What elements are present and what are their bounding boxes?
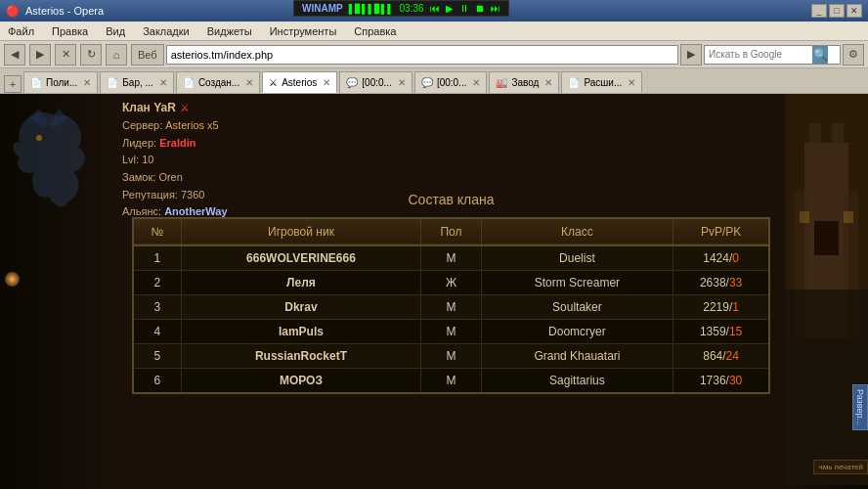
right-sidebar: Развер... чмь печатей <box>785 94 868 489</box>
table-header-row: № Игровой ник Пол Класс PvP/PK <box>133 218 769 245</box>
tab-asterios[interactable]: ⚔ Asterios ✕ <box>262 71 337 93</box>
refresh-button[interactable]: ↻ <box>80 44 102 66</box>
tab-zavod-close[interactable]: ✕ <box>544 77 552 88</box>
winamp-stop[interactable]: ⏹ <box>475 3 485 14</box>
window-controls[interactable]: _ □ ✕ <box>811 4 862 18</box>
web-label: Веб <box>131 44 164 66</box>
tab-zavod[interactable]: 🏭 Завод ✕ <box>489 71 559 93</box>
pvp-score-3: 1359 <box>700 325 726 338</box>
maximize-button[interactable]: □ <box>829 4 845 18</box>
pk-score-2: 1 <box>732 300 739 314</box>
stop-button[interactable]: ✕ <box>55 44 76 66</box>
cell-class-1: Storm Screamer <box>481 271 673 295</box>
tab-asterios-close[interactable]: ✕ <box>323 77 330 88</box>
header-nick: Игровой ник <box>181 218 421 245</box>
leader-label: Лидер: <box>122 137 156 149</box>
winamp-next[interactable]: ⏭ <box>491 3 500 14</box>
tab-rashi[interactable]: 📄 Расши... ✕ <box>561 71 642 93</box>
clan-table: № Игровой ник Пол Класс PvP/PK 1 666WOLV… <box>132 217 770 394</box>
pvp-score-1: 2638 <box>700 276 726 289</box>
address-input[interactable] <box>166 45 678 65</box>
server-label: Сервер: <box>122 119 162 131</box>
tab-rashi-icon: 📄 <box>568 77 580 88</box>
tab-bar-close[interactable]: ✕ <box>159 77 167 88</box>
menu-bookmarks[interactable]: Закладки <box>139 24 194 38</box>
table-row: 1 666WOLVERINE666 M Duelist 1424/0 <box>133 245 769 271</box>
winamp-visualizer: ▌▊▌▌▊▌▌ <box>349 4 394 14</box>
settings-button[interactable]: ⚙ <box>843 44 864 66</box>
tabs-bar: + 📄 Поли... ✕ 📄 Бар, ... ✕ 📄 Создан... ✕… <box>0 68 868 94</box>
tab-created[interactable]: 📄 Создан... ✕ <box>176 71 260 93</box>
winamp-play[interactable]: ▶ <box>446 3 454 14</box>
cell-num-4: 5 <box>133 344 181 369</box>
develop-button[interactable]: Развер... <box>852 384 868 430</box>
svg-point-0 <box>36 135 42 141</box>
pk-score-5: 30 <box>729 374 742 387</box>
forward-button[interactable]: ▶ <box>29 44 51 66</box>
tab-00-1-label: [00:0... <box>362 77 392 88</box>
winamp-time: 03:36 <box>400 3 424 14</box>
window-title: Asterios - Opera <box>25 5 104 17</box>
menu-help[interactable]: Справка <box>350 24 400 38</box>
tab-bar-icon: 📄 <box>107 77 118 88</box>
tab-created-close[interactable]: ✕ <box>245 77 253 88</box>
tab-00-1[interactable]: 💬 [00:0... ✕ <box>339 71 412 93</box>
pk-score-4: 24 <box>726 349 739 363</box>
clan-server-row: Сервер: Asterios x5 <box>122 117 228 135</box>
clan-leader-row: Лидер: Eraldin <box>122 135 228 153</box>
close-button[interactable]: ✕ <box>846 4 862 18</box>
tab-asterios-label: Asterios <box>282 77 317 88</box>
tab-rashi-label: Расши... <box>584 77 622 88</box>
pvp-score-4: 864 <box>703 349 722 363</box>
tab-poli[interactable]: 📄 Поли... ✕ <box>23 71 98 93</box>
menu-widgets[interactable]: Виджеты <box>203 24 256 38</box>
toolbar: ◀ ▶ ✕ ↻ ⌂ Веб ▶ 🔍 ⚙ <box>0 41 868 68</box>
left-lamp <box>5 272 20 287</box>
search-input[interactable] <box>705 49 812 60</box>
go-button[interactable]: ▶ <box>680 44 702 66</box>
tab-00-2[interactable]: 💬 [00:0... ✕ <box>414 71 488 93</box>
cell-nick-0: 666WOLVERINE666 <box>181 245 421 271</box>
svg-rect-4 <box>832 123 844 153</box>
tab-00-2-close[interactable]: ✕ <box>472 77 480 88</box>
cell-nick-1: Леля <box>181 271 421 295</box>
tab-00-2-icon: 💬 <box>421 77 433 88</box>
menu-file[interactable]: Файл <box>4 24 38 38</box>
clan-table-container: Состав клана № Игровой ник Пол Класс PvP… <box>117 187 785 489</box>
minimize-button[interactable]: _ <box>811 4 827 18</box>
leader-name[interactable]: Eraldin <box>159 137 195 149</box>
cell-class-0: Duelist <box>481 245 673 271</box>
svg-rect-8 <box>814 221 839 255</box>
clan-castle-row: Замок: Oren <box>122 169 228 187</box>
castle-label: Замок: <box>122 171 155 183</box>
winamp-pause[interactable]: ⏸ <box>459 3 469 14</box>
tab-zavod-label: Завод <box>511 77 539 88</box>
cell-pvppk-4: 864/24 <box>673 344 769 369</box>
left-sidebar <box>0 94 117 489</box>
menu-edit[interactable]: Правка <box>48 24 92 38</box>
table-row: 3 Dkrav M Soultaker 2219/1 <box>133 295 769 320</box>
menu-view[interactable]: Вид <box>102 24 129 38</box>
svg-rect-10 <box>844 211 853 223</box>
add-tab-button[interactable]: + <box>4 75 22 93</box>
cell-gender-2: M <box>421 295 481 320</box>
tab-zavod-icon: 🏭 <box>496 77 507 88</box>
table-row: 5 RussianRocketT M Grand Khauatari 864/2… <box>133 344 769 369</box>
tab-rashi-close[interactable]: ✕ <box>628 77 635 88</box>
lvl-value: 10 <box>142 154 153 165</box>
header-gender: Пол <box>421 218 481 245</box>
home-button[interactable]: ⌂ <box>106 44 127 66</box>
winamp-prev[interactable]: ⏮ <box>430 3 440 14</box>
cell-class-5: Sagittarius <box>481 369 673 394</box>
tab-created-icon: 📄 <box>183 77 195 88</box>
header-pvppk: PvP/PK <box>673 218 769 245</box>
back-button[interactable]: ◀ <box>4 44 25 66</box>
pvp-score-0: 1424 <box>703 251 729 265</box>
tab-bar[interactable]: 📄 Бар, ... ✕ <box>100 71 174 93</box>
search-button[interactable]: 🔍 <box>812 46 828 64</box>
menu-tools[interactable]: Инструменты <box>266 24 341 38</box>
tab-poli-close[interactable]: ✕ <box>83 77 91 88</box>
cell-gender-3: M <box>421 320 481 344</box>
tab-00-1-close[interactable]: ✕ <box>398 77 406 88</box>
pvp-score-2: 2219 <box>703 300 729 314</box>
